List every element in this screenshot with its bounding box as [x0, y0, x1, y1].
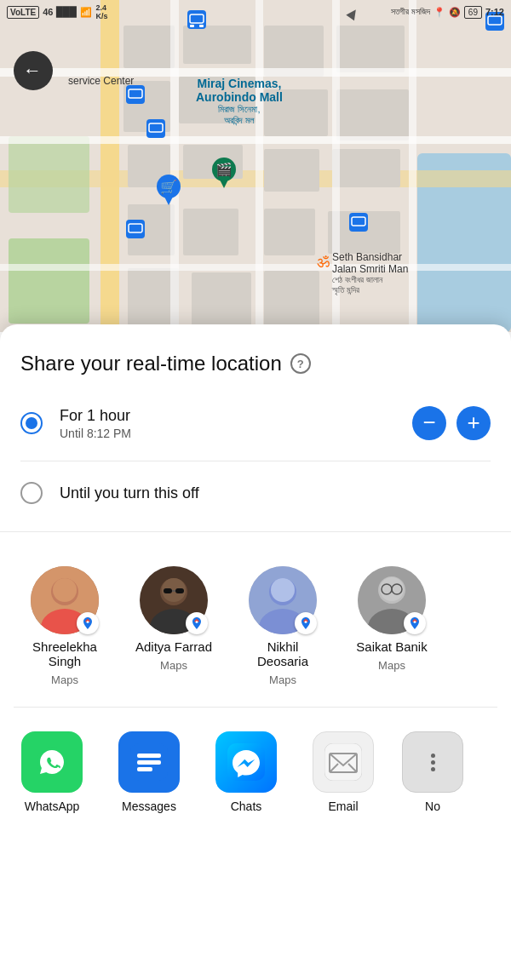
shreelekha-maps-badge: [77, 612, 99, 634]
options-section: For 1 hour Until 8:12 PM − + Until you t…: [0, 393, 511, 518]
radio-turn-off[interactable]: [20, 482, 43, 504]
cinema-pin: 🎬: [211, 158, 237, 193]
messages-label: Messages: [122, 799, 176, 813]
messages-icon: [118, 731, 180, 793]
svg-rect-23: [9, 238, 89, 324]
shreelekha-name: ShreelekhaSingh: [32, 639, 97, 668]
svg-rect-15: [332, 149, 400, 187]
map-section: VoLTE 46 ▉▉▉ 📶 2.4K/s সতগীর মসজিদ 📍 🔕 69…: [0, 0, 511, 332]
svg-rect-24: [9, 136, 89, 213]
signal-bars: ▉▉▉: [56, 7, 77, 18]
svg-rect-82: [137, 767, 152, 771]
svg-point-68: [271, 578, 295, 602]
contacts-section: ShreelekhaSingh Maps: [0, 546, 511, 700]
nikhil-avatar-wrap: [249, 566, 317, 634]
svg-rect-11: [336, 26, 405, 72]
svg-rect-29: [256, 0, 263, 332]
om-icon: ॐ: [317, 254, 330, 272]
bell-icon: 🔕: [449, 7, 461, 18]
apps-divider: [14, 707, 497, 708]
svg-rect-13: [336, 89, 409, 140]
email-label: Email: [328, 799, 358, 813]
bus-icon-2: [126, 85, 145, 107]
bottom-sheet: Share your real-time location ? For 1 ho…: [0, 324, 511, 980]
options-divider: [20, 461, 491, 461]
email-icon: [313, 731, 374, 793]
svg-rect-61: [164, 588, 172, 593]
chats-label: Chats: [231, 799, 262, 813]
shreelekha-avatar-wrap: [31, 566, 99, 634]
bus-icon-5: [349, 213, 368, 235]
more-icon: [402, 731, 463, 793]
nikhil-maps-badge: [295, 612, 317, 634]
shopping-pin: 🛒: [156, 175, 181, 212]
signal-label: 46: [43, 7, 53, 17]
option-turn-off-row[interactable]: Until you turn this off: [20, 468, 491, 518]
sheet-title: Share your real-time location: [20, 352, 282, 375]
contact-nikhil[interactable]: NikhilDeosaria Maps: [232, 566, 334, 686]
radio-1-hour[interactable]: [20, 412, 43, 434]
svg-rect-31: [409, 0, 416, 332]
wifi-label: 📶: [80, 7, 92, 18]
nikhil-name: NikhilDeosaria: [257, 639, 308, 668]
svg-rect-41: [199, 25, 204, 27]
svg-rect-17: [183, 209, 238, 255]
info-icon[interactable]: ?: [290, 353, 311, 374]
hour-controls: − +: [412, 406, 491, 440]
bus-icon-3: [146, 119, 165, 141]
app-chats[interactable]: Chats: [208, 731, 284, 813]
option-1-hour-text: For 1 hour Until 8:12 PM: [60, 407, 395, 440]
svg-rect-81: [137, 760, 161, 765]
aditya-maps-badge: [186, 612, 208, 634]
increase-button[interactable]: +: [456, 406, 491, 440]
option-1-hour-row[interactable]: For 1 hour Until 8:12 PM − +: [20, 393, 491, 454]
back-arrow-icon: ←: [23, 60, 42, 82]
app-email[interactable]: Email: [305, 731, 382, 813]
svg-rect-62: [175, 588, 184, 593]
apps-row: WhatsApp Messages: [0, 714, 511, 813]
contact-aditya[interactable]: Aditya Farrad Maps: [123, 566, 225, 686]
svg-rect-40: [190, 25, 194, 27]
location-icon: 📍: [433, 7, 445, 18]
option-turn-off-text: Until you turn this off: [60, 484, 491, 502]
messenger-icon: [215, 731, 277, 793]
seth-bansidhar-label: Seth Bansidhar Jalan Smriti Man শেঠ বংশী…: [332, 251, 408, 295]
service-center-label: service Center: [68, 75, 134, 87]
svg-rect-14: [264, 149, 319, 192]
svg-rect-22: [264, 271, 319, 329]
shreelekha-app: Maps: [51, 673, 78, 686]
aditya-name: Aditya Farrad: [135, 639, 212, 654]
carrier-label: VoLTE: [7, 6, 39, 19]
svg-rect-18: [264, 209, 315, 255]
app-whatsapp[interactable]: WhatsApp: [14, 731, 90, 813]
contact-shreelekha[interactable]: ShreelekhaSingh Maps: [14, 566, 116, 686]
aditya-avatar-wrap: [140, 566, 208, 634]
svg-rect-2: [100, 0, 119, 332]
app-more[interactable]: No: [402, 731, 463, 813]
whatsapp-label: WhatsApp: [25, 799, 80, 813]
app-messages[interactable]: Messages: [111, 731, 187, 813]
saikat-avatar-wrap: [358, 566, 426, 634]
section-divider: [0, 531, 511, 532]
whatsapp-icon: [21, 731, 83, 793]
contact-saikat[interactable]: Saikat Banik Maps: [341, 566, 443, 686]
svg-text:🛒: 🛒: [160, 179, 177, 195]
bus-icon-4: [126, 220, 145, 242]
speed-label: 2.4K/s: [95, 3, 107, 20]
option-1-hour-main: For 1 hour: [60, 407, 395, 425]
svg-rect-80: [137, 754, 161, 758]
back-button[interactable]: ←: [14, 51, 53, 90]
battery-label: 69: [464, 6, 482, 19]
more-label: No: [425, 799, 440, 813]
svg-text:🎬: 🎬: [215, 162, 233, 178]
svg-rect-28: [170, 0, 179, 332]
svg-rect-4: [123, 26, 175, 68]
saikat-maps-badge: [404, 612, 426, 634]
radio-1-hour-inner: [26, 417, 37, 429]
option-1-hour-sub: Until 8:12 PM: [60, 427, 395, 440]
minus-icon: −: [422, 411, 435, 433]
decrease-button[interactable]: −: [412, 406, 446, 440]
svg-marker-34: [163, 193, 175, 205]
saikat-name: Saikat Banik: [356, 639, 427, 654]
svg-marker-37: [218, 176, 230, 188]
